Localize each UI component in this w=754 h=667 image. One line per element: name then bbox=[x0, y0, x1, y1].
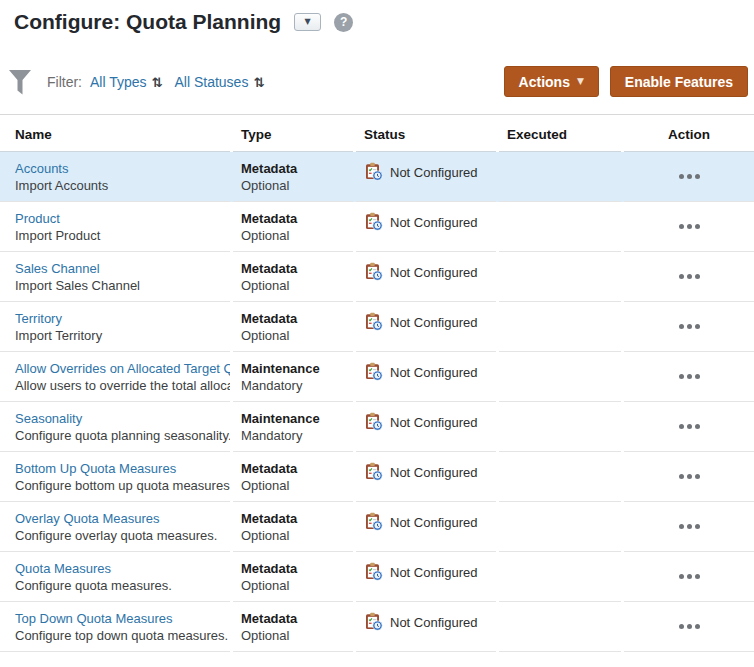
task-type: Metadata bbox=[241, 460, 345, 477]
column-header-type: Type bbox=[233, 115, 353, 152]
executed-value bbox=[499, 552, 621, 602]
executed-value bbox=[499, 352, 621, 402]
table-row[interactable]: Accounts Import Accounts Metadata Option… bbox=[0, 152, 754, 202]
enable-features-button[interactable]: Enable Features bbox=[610, 66, 748, 97]
row-actions-button[interactable] bbox=[675, 168, 704, 185]
task-name-link[interactable]: Sales Channel bbox=[15, 260, 222, 277]
row-actions-button[interactable] bbox=[675, 368, 704, 385]
status-text: Not Configured bbox=[390, 564, 477, 581]
task-description: Import Sales Channel bbox=[15, 277, 222, 294]
task-name-link[interactable]: Territory bbox=[15, 310, 222, 327]
actions-button[interactable]: Actions ▼ bbox=[504, 66, 599, 97]
configuration-task-table: Name Type Status Executed Action Account… bbox=[0, 114, 754, 652]
task-requirement: Optional bbox=[241, 627, 345, 644]
task-name-link[interactable]: Top Down Quota Measures bbox=[15, 610, 222, 627]
row-actions-button[interactable] bbox=[675, 518, 704, 535]
task-name-link[interactable]: Seasonality bbox=[15, 410, 222, 427]
task-name-link[interactable]: Overlay Quota Measures bbox=[15, 510, 222, 527]
table-header-row: Name Type Status Executed Action bbox=[0, 114, 754, 152]
task-requirement: Optional bbox=[241, 277, 345, 294]
row-actions-button[interactable] bbox=[675, 568, 704, 585]
task-type: Metadata bbox=[241, 260, 345, 277]
page-title: Configure: Quota Planning bbox=[14, 10, 281, 34]
not-configured-icon bbox=[364, 312, 383, 331]
column-header-status: Status bbox=[356, 115, 496, 152]
table-row[interactable]: Sales Channel Import Sales Channel Metad… bbox=[0, 252, 754, 302]
row-actions-button[interactable] bbox=[675, 268, 704, 285]
not-configured-icon bbox=[364, 612, 383, 631]
not-configured-icon bbox=[364, 212, 383, 231]
table-row[interactable]: Product Import Product Metadata Optional bbox=[0, 202, 754, 252]
row-actions-button[interactable] bbox=[675, 318, 704, 335]
statuses-sort-toggle-icon[interactable]: ⇅ bbox=[253, 75, 264, 90]
task-description: Import Accounts bbox=[15, 177, 222, 194]
executed-value bbox=[499, 252, 621, 302]
table-row[interactable]: Overlay Quota Measures Configure overlay… bbox=[0, 502, 754, 552]
task-requirement: Mandatory bbox=[241, 427, 345, 444]
task-requirement: Optional bbox=[241, 327, 345, 344]
task-description: Configure bottom up quota measures. bbox=[15, 477, 222, 494]
not-configured-icon bbox=[364, 162, 383, 181]
task-requirement: Optional bbox=[241, 477, 345, 494]
title-dropdown-button[interactable]: ▼ bbox=[294, 13, 321, 31]
task-type: Metadata bbox=[241, 610, 345, 627]
status-text: Not Configured bbox=[390, 164, 477, 181]
task-requirement: Optional bbox=[241, 527, 345, 544]
not-configured-icon bbox=[364, 412, 383, 431]
not-configured-icon bbox=[364, 262, 383, 281]
task-name-link[interactable]: Allow Overrides on Allocated Target Q bbox=[15, 360, 222, 377]
task-description: Configure quota planning seasonality. bbox=[15, 427, 222, 444]
types-sort-toggle-icon[interactable]: ⇅ bbox=[152, 75, 163, 90]
task-type: Metadata bbox=[241, 160, 345, 177]
task-description: Allow users to override the total alloca bbox=[15, 377, 222, 394]
task-type: Metadata bbox=[241, 560, 345, 577]
table-row[interactable]: Bottom Up Quota Measures Configure botto… bbox=[0, 452, 754, 502]
table-body: Accounts Import Accounts Metadata Option… bbox=[0, 152, 754, 652]
row-actions-button[interactable] bbox=[675, 618, 704, 635]
table-row[interactable]: Quota Measures Configure quota measures.… bbox=[0, 552, 754, 602]
task-name-link[interactable]: Product bbox=[15, 210, 222, 227]
status-text: Not Configured bbox=[390, 414, 477, 431]
not-configured-icon bbox=[364, 362, 383, 381]
filter-all-statuses-link[interactable]: All Statuses bbox=[174, 74, 248, 90]
status-text: Not Configured bbox=[390, 264, 477, 281]
task-requirement: Optional bbox=[241, 177, 345, 194]
task-requirement: Optional bbox=[241, 577, 345, 594]
status-text: Not Configured bbox=[390, 464, 477, 481]
column-header-action: Action bbox=[624, 115, 754, 152]
task-requirement: Optional bbox=[241, 227, 345, 244]
chevron-down-icon: ▼ bbox=[305, 18, 311, 26]
task-name-link[interactable]: Bottom Up Quota Measures bbox=[15, 460, 222, 477]
not-configured-icon bbox=[364, 512, 383, 531]
task-name-link[interactable]: Accounts bbox=[15, 160, 222, 177]
status-text: Not Configured bbox=[390, 364, 477, 381]
help-button[interactable]: ? bbox=[334, 13, 353, 32]
executed-value bbox=[499, 402, 621, 452]
task-description: Import Territory bbox=[15, 327, 222, 344]
actions-button-label: Actions bbox=[519, 74, 570, 90]
toolbar-buttons: Actions ▼ Enable Features bbox=[504, 66, 748, 97]
executed-value bbox=[499, 602, 621, 652]
task-requirement: Mandatory bbox=[241, 377, 345, 394]
page-header: Configure: Quota Planning ▼ ? bbox=[0, 0, 754, 37]
task-description: Import Product bbox=[15, 227, 222, 244]
table-row[interactable]: Top Down Quota Measures Configure top do… bbox=[0, 602, 754, 652]
task-type: Metadata bbox=[241, 310, 345, 327]
table-row[interactable]: Allow Overrides on Allocated Target Q Al… bbox=[0, 352, 754, 402]
column-header-name: Name bbox=[0, 115, 230, 152]
executed-value bbox=[499, 502, 621, 552]
task-name-link[interactable]: Quota Measures bbox=[15, 560, 222, 577]
task-description: Configure quota measures. bbox=[15, 577, 222, 594]
table-row[interactable]: Territory Import Territory Metadata Opti… bbox=[0, 302, 754, 352]
table-row[interactable]: Seasonality Configure quota planning sea… bbox=[0, 402, 754, 452]
executed-value bbox=[499, 152, 621, 202]
task-type: Maintenance bbox=[241, 360, 345, 377]
status-text: Not Configured bbox=[390, 514, 477, 531]
row-actions-button[interactable] bbox=[675, 218, 704, 235]
status-text: Not Configured bbox=[390, 314, 477, 331]
task-type: Metadata bbox=[241, 510, 345, 527]
row-actions-button[interactable] bbox=[675, 418, 704, 435]
row-actions-button[interactable] bbox=[675, 468, 704, 485]
filter-all-types-link[interactable]: All Types bbox=[90, 74, 147, 90]
filter-toolbar: Filter: All Types ⇅ All Statuses ⇅ Actio… bbox=[0, 65, 754, 99]
